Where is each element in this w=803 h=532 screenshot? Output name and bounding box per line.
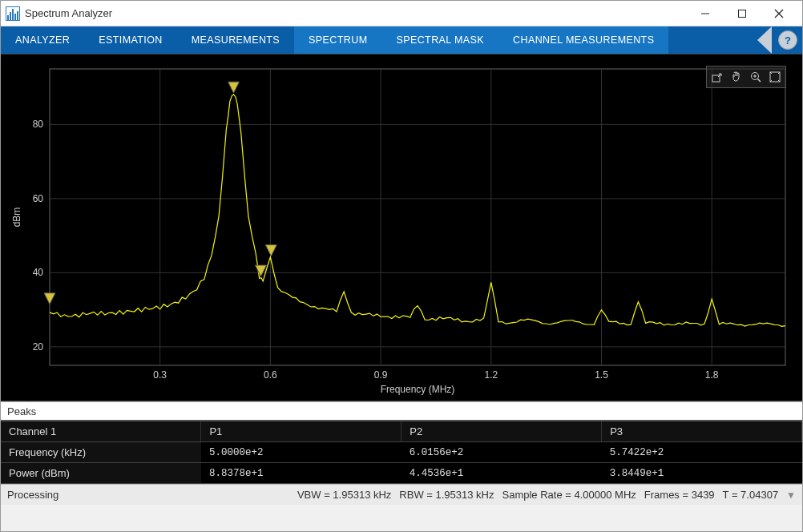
status-left: Processing <box>7 489 59 501</box>
tab-channel-measurements[interactable]: CHANNEL MEASUREMENTS <box>498 26 668 54</box>
tab-spectrum[interactable]: SPECTRUM <box>294 26 381 54</box>
tab-analyzer[interactable]: ANALYZER <box>1 26 84 54</box>
export-icon[interactable] <box>708 68 726 86</box>
help-button[interactable]: ? <box>778 30 797 50</box>
pan-icon[interactable] <box>728 68 745 86</box>
peaks-panel: Peaks Channel 1 P1 P2 P3 Frequency (kHz)… <box>1 401 802 484</box>
statusbar: Processing VBW = 1.95313 kHz RBW = 1.953… <box>1 484 802 505</box>
peaks-row-label: Frequency (kHz) <box>1 442 201 463</box>
close-button[interactable] <box>761 1 797 26</box>
statusbar-expand-icon[interactable]: ▼ <box>786 490 796 501</box>
peaks-header-row: Channel 1 P1 P2 P3 <box>1 421 802 442</box>
status-vbw: VBW = 1.95313 kHz <box>297 489 391 501</box>
status-rbw: RBW = 1.95313 kHz <box>399 489 494 501</box>
peaks-value: 5.7422e+2 <box>602 442 802 463</box>
svg-rect-1 <box>739 10 746 17</box>
tab-measurements[interactable]: MEASUREMENTS <box>177 26 294 54</box>
peaks-row-label: Power (dBm) <box>1 463 201 484</box>
peaks-col-p2: P2 <box>402 421 602 442</box>
svg-text:20: 20 <box>33 341 44 353</box>
status-frames: Frames = 3439 <box>644 489 715 501</box>
peaks-row: Power (dBm)8.8378e+14.4536e+13.8449e+1 <box>1 463 802 484</box>
peaks-value: 8.8378e+1 <box>201 463 402 484</box>
peaks-value: 3.8449e+1 <box>602 463 802 484</box>
zoom-icon[interactable] <box>747 68 765 86</box>
spectrum-chart[interactable]: 0.30.60.91.21.51.820406080Frequency (MHz… <box>1 54 802 401</box>
minimize-button[interactable] <box>687 1 724 26</box>
peaks-channel-label: Channel 1 <box>1 421 201 442</box>
maximize-button[interactable] <box>724 1 761 26</box>
svg-text:1.8: 1.8 <box>705 369 719 381</box>
window-title: Spectrum Analyzer <box>25 7 112 19</box>
svg-text:80: 80 <box>33 119 44 130</box>
autoscale-icon[interactable] <box>766 68 784 86</box>
peaks-col-p1: P1 <box>201 421 402 442</box>
svg-text:1.2: 1.2 <box>484 369 498 381</box>
peaks-value: 4.4536e+1 <box>402 463 602 484</box>
status-sample-rate: Sample Rate = 4.00000 MHz <box>502 489 636 501</box>
peaks-value: 6.0156e+2 <box>402 442 602 463</box>
svg-text:dBm: dBm <box>11 208 22 228</box>
status-time: T = 7.04307 <box>723 489 779 501</box>
app-icon <box>6 6 20 21</box>
toolstrip-collapse-icon[interactable] <box>757 26 772 54</box>
peaks-row: Frequency (kHz)5.0000e+26.0156e+25.7422e… <box>1 442 802 463</box>
svg-text:60: 60 <box>33 193 44 204</box>
peaks-header: Peaks <box>1 402 802 421</box>
plot-toolbar <box>706 66 786 88</box>
peaks-table: Channel 1 P1 P2 P3 Frequency (kHz)5.0000… <box>1 421 802 484</box>
svg-text:0.3: 0.3 <box>153 369 167 381</box>
tab-spectral-mask[interactable]: SPECTRAL MASK <box>381 26 498 54</box>
peaks-col-p3: P3 <box>602 421 802 442</box>
titlebar: Spectrum Analyzer <box>1 1 802 26</box>
peaks-value: 5.0000e+2 <box>201 442 402 463</box>
tab-estimation[interactable]: ESTIMATION <box>84 26 176 54</box>
svg-text:Frequency (MHz): Frequency (MHz) <box>381 384 455 395</box>
svg-line-33 <box>758 79 761 83</box>
toolstrip: ANALYZER ESTIMATION MEASUREMENTS SPECTRU… <box>1 26 802 54</box>
svg-text:0.9: 0.9 <box>374 369 388 381</box>
svg-text:1.5: 1.5 <box>595 369 608 381</box>
svg-text:0.6: 0.6 <box>264 369 277 381</box>
svg-text:40: 40 <box>33 267 44 278</box>
